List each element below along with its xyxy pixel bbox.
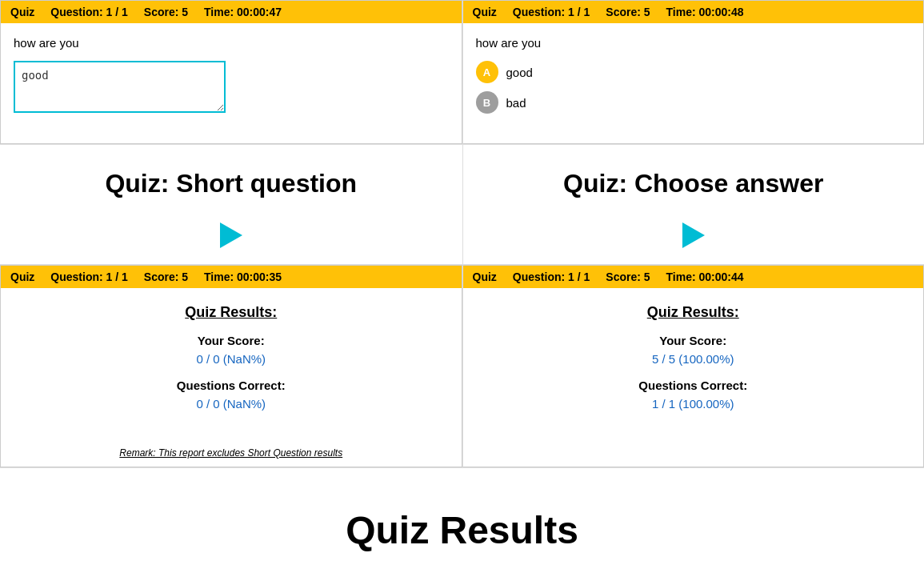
tl-quiz-label: Quiz [10,6,34,18]
tl-score-label: Score: 5 [144,6,188,18]
bl-quiz-label: Quiz [10,270,34,283]
bottom-left-panel: Quiz Question: 1 / 1 Score: 5 Time: 00:0… [0,265,462,467]
option-label-b: bad [506,96,526,110]
br-quiz-label: Quiz [473,270,497,283]
bl-results-body: Quiz Results: Your Score: 0 / 0 (NaN%) Q… [1,288,462,439]
br-question-label: Question: 1 / 1 [513,270,590,283]
option-label-a: good [506,66,533,79]
options-list: A good B bad [476,61,911,114]
bottom-right-panel: Quiz Question: 1 / 1 Score: 5 Time: 00:0… [462,265,925,467]
br-questions-correct-value: 1 / 1 (100.00%) [479,397,908,411]
bl-remark: Remark: This report excludes Short Quest… [1,439,462,467]
option-badge-a: A [476,61,498,83]
tr-question-text: how are you [476,36,911,50]
top-left-body: how are you good [1,23,462,143]
right-play-area [674,214,713,264]
br-your-score-label: Your Score: [479,334,908,347]
tl-answer-input[interactable]: good [14,61,226,113]
top-right-body: how are you A good B bad [463,23,924,143]
br-score-label: Score: 5 [606,270,650,283]
bl-your-score-label: Your Score: [17,334,446,347]
br-results-body: Quiz Results: Your Score: 5 / 5 (100.00%… [463,288,924,439]
tl-question-label: Question: 1 / 1 [50,6,127,18]
bl-your-score-value: 0 / 0 (NaN%) [17,352,446,366]
tr-question-label: Question: 1 / 1 [513,6,590,18]
tr-quiz-label: Quiz [473,6,497,18]
tr-time-label: Time: 00:00:48 [666,6,744,18]
br-time-label: Time: 00:00:44 [666,270,744,283]
top-left-panel: Quiz Question: 1 / 1 Score: 5 Time: 00:0… [0,0,462,144]
bl-question-label: Question: 1 / 1 [50,270,127,283]
choose-answer-title: Quiz: Choose answer [547,145,839,214]
option-item-a[interactable]: A good [476,61,911,83]
tl-time-label: Time: 00:00:47 [204,6,282,18]
right-middle-section: Quiz: Choose answer [462,145,925,264]
bl-time-label: Time: 00:00:35 [204,270,282,283]
left-middle-section: Quiz: Short question [0,145,462,264]
option-badge-b: B [476,91,498,114]
br-your-score-value: 5 / 5 (100.00%) [479,352,908,366]
bl-results-title: Quiz Results: [17,304,446,321]
bottom-full-title: Quiz Results [0,468,924,568]
br-questions-correct-label: Questions Correct: [479,379,908,392]
tr-score-label: Score: 5 [606,6,650,18]
br-results-title: Quiz Results: [479,304,908,321]
left-play-area [212,214,250,264]
top-right-panel: Quiz Question: 1 / 1 Score: 5 Time: 00:0… [462,0,925,144]
short-question-title: Quiz: Short question [89,145,373,214]
tl-question-text: how are you [14,36,449,50]
right-play-button[interactable] [682,222,705,248]
bl-questions-correct-label: Questions Correct: [17,379,446,392]
option-item-b[interactable]: B bad [476,91,911,114]
bl-header: Quiz Question: 1 / 1 Score: 5 Time: 00:0… [1,266,462,288]
top-left-header: Quiz Question: 1 / 1 Score: 5 Time: 00:0… [1,1,462,23]
top-right-header: Quiz Question: 1 / 1 Score: 5 Time: 00:0… [463,1,924,23]
br-header: Quiz Question: 1 / 1 Score: 5 Time: 00:0… [463,266,924,288]
left-play-button[interactable] [220,222,242,248]
bl-score-label: Score: 5 [144,270,188,283]
bl-questions-correct-value: 0 / 0 (NaN%) [17,397,446,411]
